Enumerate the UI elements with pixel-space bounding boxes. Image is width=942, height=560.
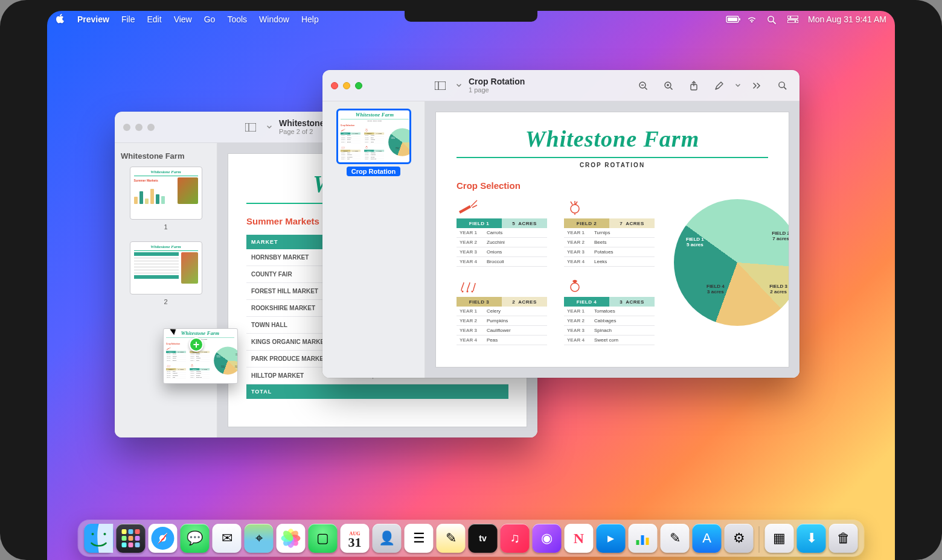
menu-edit[interactable]: Edit (147, 14, 162, 24)
veg-icon (564, 199, 588, 215)
zoom-in-button[interactable] (659, 77, 678, 95)
dock-app-pages[interactable]: ✎ (661, 524, 690, 553)
svg-line-23 (784, 87, 786, 89)
dock-app-notes[interactable]: ✎ (437, 524, 466, 553)
traffic-lights[interactable] (123, 124, 155, 131)
veg-icon (457, 199, 481, 215)
desktop: Preview File Edit View Go Tools Window H… (47, 11, 895, 560)
control-center-icon[interactable] (787, 15, 798, 24)
dock-app-photos[interactable] (277, 524, 306, 553)
dock-app-trash[interactable]: 🗑 (829, 524, 858, 553)
dock-app-messages[interactable]: 💬 (181, 524, 210, 553)
sidebar-toggle-button[interactable] (242, 118, 260, 136)
field-block: FIELD 27 ACRES YEAR 1TurnipsYEAR 2BeetsY… (364, 128, 384, 143)
thumbnail-1[interactable]: Whitestone Farm Summer Markets (121, 167, 211, 231)
dock-app-safari[interactable] (149, 524, 178, 553)
chevron-down-icon[interactable] (735, 82, 740, 89)
dock-app-tv[interactable]: tv (469, 524, 498, 553)
dock-app-music[interactable]: ♫ (501, 524, 530, 553)
dock-app-system-preferences[interactable]: ⚙︎ (725, 524, 754, 553)
svg-point-26 (342, 148, 343, 149)
svg-rect-2 (739, 18, 740, 21)
sidebar-toggle-button[interactable] (431, 77, 449, 95)
dock-app-calendar[interactable]: AUG31 (341, 524, 370, 553)
preview-window-crop-rotation[interactable]: Crop Rotation 1 page Whitestone Farm CRO… (322, 70, 799, 378)
field-block: FIELD 43 ACRES YEAR 1TomatoesYEAR 2Cabba… (364, 145, 384, 161)
app-name[interactable]: Preview (77, 14, 109, 24)
field-block: FIELD 32 ACRES YEAR 1CeleryYEAR 2Pumpkin… (166, 364, 186, 379)
svg-rect-50 (636, 540, 639, 545)
field-block: FIELD 15 ACRES YEAR 1CarrotsYEAR 2Zucchi… (340, 128, 360, 143)
dock-app-app-store[interactable]: A (693, 524, 722, 553)
dragged-thumbnail[interactable]: Whitestone Farm CROP ROTATION Crop Selec… (163, 328, 238, 384)
field-block: FIELD 27 ACRES YEAR 1TurnipsYEAR 2BeetsY… (564, 199, 655, 267)
svg-point-37 (169, 367, 170, 368)
window-subtitle: 1 page (469, 86, 525, 94)
menubar: Preview File Edit View Go Tools Window H… (47, 11, 895, 28)
dock-app-numbers[interactable] (629, 524, 658, 553)
apple-menu-icon[interactable] (56, 14, 65, 25)
overflow-button[interactable] (748, 77, 766, 95)
veg-icon (190, 364, 195, 368)
thumbnail-1[interactable]: Whitestone Farm CROP ROTATION Crop Selec… (328, 110, 418, 176)
spotlight-icon[interactable] (767, 15, 778, 24)
dock-app-keynote[interactable]: ▸ (597, 524, 626, 553)
thumbnails-sidebar[interactable]: Whitestone Farm Whitestone Farm Summer M… (115, 143, 217, 438)
veg-icon (364, 145, 370, 149)
pie-chart: FIELD 15 acres FIELD 27 acres FIELD 32 a… (674, 199, 789, 345)
markup-button[interactable] (710, 77, 728, 95)
field-block: FIELD 32 ACRES YEAR 1CeleryYEAR 2Pumpkin… (340, 145, 360, 161)
field-block: FIELD 15 ACRES YEAR 1CarrotsYEAR 2Zucchi… (166, 346, 186, 361)
svg-rect-52 (646, 538, 649, 545)
svg-point-28 (365, 147, 367, 148)
menu-help[interactable]: Help (301, 14, 319, 24)
svg-point-32 (472, 291, 473, 293)
dock-app-facetime[interactable]: ▢ (309, 524, 338, 553)
dock[interactable]: 💬✉︎⌖▢AUG31👤☰✎tv♫◉N▸✎A⚙︎▦⬇︎🗑 (78, 520, 864, 556)
menubar-clock[interactable]: Mon Aug 31 9:41 AM (808, 14, 886, 24)
dock-app-finder[interactable] (85, 524, 114, 553)
traffic-lights[interactable] (331, 82, 362, 89)
thumbnail-2[interactable]: Whitestone Farm (121, 241, 211, 305)
svg-point-35 (167, 367, 168, 368)
svg-point-40 (92, 533, 94, 535)
menu-go[interactable]: Go (204, 14, 216, 24)
chevron-down-icon[interactable] (457, 82, 461, 89)
dock-app-mail[interactable]: ✉︎ (213, 524, 242, 553)
dock-app-news[interactable]: N (565, 524, 594, 553)
wifi-icon[interactable] (746, 15, 757, 24)
dock-app-contacts[interactable]: 👤 (373, 524, 402, 553)
pie-chart: FIELD 15 acres FIELD 27 acres FIELD 32 a… (388, 128, 410, 160)
veg-icon (364, 128, 370, 132)
svg-point-36 (168, 367, 169, 368)
menu-window[interactable]: Window (259, 14, 289, 24)
share-button[interactable] (685, 77, 703, 95)
veg-icon (166, 364, 171, 368)
section-heading: Crop Selection (457, 180, 768, 191)
menu-file[interactable]: File (121, 14, 135, 24)
svg-rect-5 (787, 16, 798, 19)
field-block: FIELD 32 ACRES YEAR 1CeleryYEAR 2Pumpkin… (457, 278, 547, 345)
zoom-out-button[interactable] (634, 77, 652, 95)
menu-view[interactable]: View (174, 14, 192, 24)
svg-point-38 (191, 365, 193, 367)
svg-point-33 (571, 283, 579, 291)
battery-icon[interactable] (726, 15, 737, 24)
dock-app-launchpad[interactable] (117, 524, 146, 553)
menu-tools[interactable]: Tools (227, 14, 247, 24)
chevron-down-icon[interactable] (267, 124, 272, 131)
dock-app-podcasts[interactable]: ◉ (533, 524, 562, 553)
dock-app-downloads[interactable]: ⬇︎ (797, 524, 826, 553)
svg-point-6 (790, 16, 792, 18)
search-button[interactable] (773, 77, 791, 95)
dock-app-preview[interactable]: ▦ (765, 524, 794, 553)
thumbnails-sidebar[interactable]: Whitestone Farm CROP ROTATION Crop Selec… (322, 101, 425, 378)
page-viewport[interactable]: Whitestone Farm CROP ROTATION Crop Selec… (425, 101, 799, 378)
svg-rect-9 (245, 123, 256, 132)
svg-point-24 (365, 129, 367, 131)
dock-app-maps[interactable]: ⌖ (245, 524, 274, 553)
svg-rect-51 (641, 535, 644, 545)
dock-app-reminders[interactable]: ☰ (405, 524, 434, 553)
page-title: Whitestone Farm (340, 112, 408, 118)
section-heading: Crop Selection (340, 124, 408, 127)
